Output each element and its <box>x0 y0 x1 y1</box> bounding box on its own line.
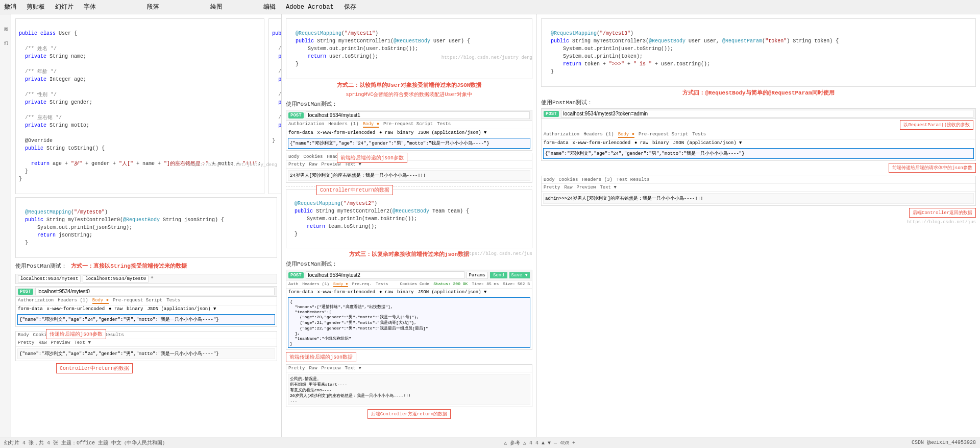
test-results-tab-right[interactable]: Test Results <box>617 177 650 182</box>
pretty-tab-1[interactable]: Pretty <box>18 340 34 345</box>
radio-json-right[interactable]: JSON (application/json) ▼ <box>673 140 742 146</box>
json-input-1[interactable]: {"name":"邓沙利文","age":"24","gender":"男","… <box>17 314 275 325</box>
tab-auth-mid1[interactable]: Authorization <box>288 122 324 128</box>
tab-tests-mid1[interactable]: Tests <box>437 122 451 128</box>
radio-json-mid2[interactable]: JSON (application/json) ▼ <box>418 290 486 295</box>
tab-body-1[interactable]: Body ● <box>92 298 109 304</box>
bottom-zoom-text[interactable]: △ 参考 △ 4 4 ▲ ▼ — 45% + <box>504 439 575 446</box>
cookies-tab2[interactable]: Cookies Code <box>400 281 430 287</box>
tab-plus[interactable]: + <box>151 275 153 282</box>
tab-prerequest-1[interactable]: Pre-request Script <box>113 298 162 304</box>
post-badge-mid2[interactable]: POST <box>288 272 304 278</box>
url-input-mid1[interactable] <box>306 111 530 119</box>
json-input-mid1[interactable]: {"name":"邓沙利文","age":"24","gender":"男","… <box>288 138 530 149</box>
radio-json-mid1[interactable]: JSON (application/json) ▼ <box>418 130 486 135</box>
bottom-left-text: 幻灯片 4 张，共 4 张 主题：Office 主题 中文（中华人民共和国） <box>4 439 167 446</box>
mytest3-code: @RequestMapping("/mytest3") public Strin… <box>541 18 976 87</box>
way2-title: 方式二：以较简单的User对象接受前端传过来的JSON数据 <box>286 81 532 89</box>
radio-formdata-mid2[interactable]: form-data <box>288 290 313 295</box>
preview-right[interactable]: Preview <box>577 185 596 190</box>
post-badge-right[interactable]: POST <box>544 111 559 117</box>
tab-headers-mid1[interactable]: Headers (1) <box>328 122 358 128</box>
tab-body-mid1[interactable]: Body ● <box>363 122 379 128</box>
tab-auth-1[interactable]: Authorization <box>18 298 54 304</box>
radio-urlencoded-mid2[interactable]: x-www-form-urlencoded <box>317 290 375 295</box>
body-tab-right[interactable]: Body <box>544 177 555 182</box>
text-tab-1[interactable]: Text ▼ <box>74 340 90 345</box>
toolbar-clipboard[interactable]: 剪贴板 <box>27 3 45 11</box>
radio-urlencoded-right[interactable]: x-www-form-urlencoded <box>573 140 630 146</box>
url-input-1[interactable] <box>35 288 275 295</box>
tab-body-right[interactable]: Body ● <box>618 132 634 138</box>
radio-binary-right[interactable]: binary <box>652 140 669 146</box>
radio-binary-mid1[interactable]: binary <box>397 130 413 135</box>
text-right[interactable]: Text ▼ <box>600 185 616 190</box>
pretty-right[interactable]: Pretty <box>544 185 560 190</box>
radio-formdata-1[interactable]: form-data <box>18 306 43 312</box>
tab-prerequest-right[interactable]: Pre-request Script <box>639 132 688 138</box>
toolbar-slides[interactable]: 幻灯片 <box>55 3 74 11</box>
headers3-tab-right[interactable]: Headers (3) <box>582 177 612 182</box>
tab-url1[interactable]: localhost:9534/mytest <box>18 275 81 282</box>
tab-auth-right[interactable]: Authorization <box>544 132 579 138</box>
watermark-left: https://blog.csdn.net/justry_deng <box>186 162 277 168</box>
preview-tab-1[interactable]: Preview <box>51 340 70 345</box>
sidebar-icon-1[interactable]: 图 <box>1 19 10 29</box>
radio-binary-1[interactable]: binary <box>127 306 143 312</box>
save-btn[interactable]: Save ▼ <box>509 272 530 278</box>
toolbar-save[interactable]: 保存 <box>344 3 356 11</box>
url-input-mid2[interactable] <box>306 271 464 279</box>
tab-headers-right[interactable]: Headers (1) <box>583 132 614 138</box>
radio-urlencoded-mid1[interactable]: x-www-form-urlencoded <box>317 130 375 135</box>
post-badge-1[interactable]: POST <box>18 289 33 295</box>
radio-formdata-right[interactable]: form-data <box>544 140 569 146</box>
raw-mid2[interactable]: Raw <box>309 366 317 371</box>
toolbar-undo[interactable]: 撤消 <box>4 3 16 11</box>
tab-prerequest-mid1[interactable]: Pre-request Script <box>383 122 433 128</box>
sidebar-icon-2[interactable]: 幻 <box>1 33 10 42</box>
tab-url2[interactable]: localhost:9534/mytest0 <box>83 275 149 282</box>
radio-raw-mid1[interactable]: ● raw <box>379 130 393 135</box>
url-input-right[interactable] <box>561 110 973 117</box>
raw-tab-1[interactable]: Raw <box>38 340 46 345</box>
toolbar-acrobat[interactable]: Adobe Acrobat <box>286 4 334 11</box>
json-input-mid2[interactable]: { "honors":["通情排练","高度看法","出技数据"], "team… <box>288 297 530 348</box>
post-badge-mid1[interactable]: POST <box>288 112 304 119</box>
headers-tab2[interactable]: Headers (1) <box>302 281 329 287</box>
radio-json-1[interactable]: JSON (application/json) ▼ <box>147 306 216 312</box>
response-tab-row-mid2: Pretty Raw Preview Text ▼ <box>286 365 532 372</box>
radio-raw-mid2[interactable]: ● raw <box>379 290 393 295</box>
cookies-tab-right[interactable]: Cookies <box>559 177 578 182</box>
radio-binary-mid2[interactable]: binary <box>397 290 413 295</box>
send-btn[interactable]: Send <box>490 272 507 278</box>
preview-mid2[interactable]: Preview <box>322 366 341 371</box>
toolbar-edit[interactable]: 编辑 <box>263 3 276 11</box>
toolbar-font[interactable]: 字体 <box>84 3 96 11</box>
toolbar-paragraph[interactable]: 段落 <box>147 3 159 11</box>
pre-tab2[interactable]: Pre-req. <box>352 281 372 287</box>
cookies-tab-mid1[interactable]: Cookies <box>304 154 323 159</box>
radio-raw-1[interactable]: ● raw <box>109 306 122 312</box>
body-tab-1[interactable]: Body <box>18 333 29 338</box>
body-tab2[interactable]: Body ● <box>333 281 348 287</box>
text-mid2[interactable]: Text ▼ <box>345 366 361 371</box>
tab-tests-1[interactable]: Tests <box>166 298 180 304</box>
json-input-right[interactable]: {"name":"邓沙利文","age":"24","gender":"男","… <box>543 148 974 159</box>
raw-mid1[interactable]: Raw <box>309 162 317 167</box>
tab-headers-1[interactable]: Headers (1) <box>58 298 88 304</box>
pretty-mid2[interactable]: Pretty <box>288 366 305 371</box>
tab-tests-right[interactable]: Tests <box>692 132 706 138</box>
test-tab2[interactable]: Tests <box>376 281 388 287</box>
annotation-backend-return-right: 后端Controller返回的数据 <box>909 208 976 218</box>
radio-formdata-mid1[interactable]: form-data <box>288 130 313 135</box>
auth-tab2[interactable]: Auth <box>288 281 298 287</box>
time-85: Time: 85 ms <box>472 281 499 287</box>
body-tab-mid1[interactable]: Body <box>288 154 300 159</box>
radio-raw-right[interactable]: ● raw <box>634 140 648 146</box>
postman-tab-row-1: Authorization Headers (1) Body ● Pre-req… <box>16 297 277 305</box>
raw-right[interactable]: Raw <box>564 185 572 190</box>
pretty-mid1[interactable]: Pretty <box>288 162 305 167</box>
toolbar-draw[interactable]: 绘图 <box>210 3 223 11</box>
params-btn[interactable]: Params <box>467 272 488 279</box>
radio-urlencoded-1[interactable]: x-www-form-urlencoded <box>47 306 105 312</box>
